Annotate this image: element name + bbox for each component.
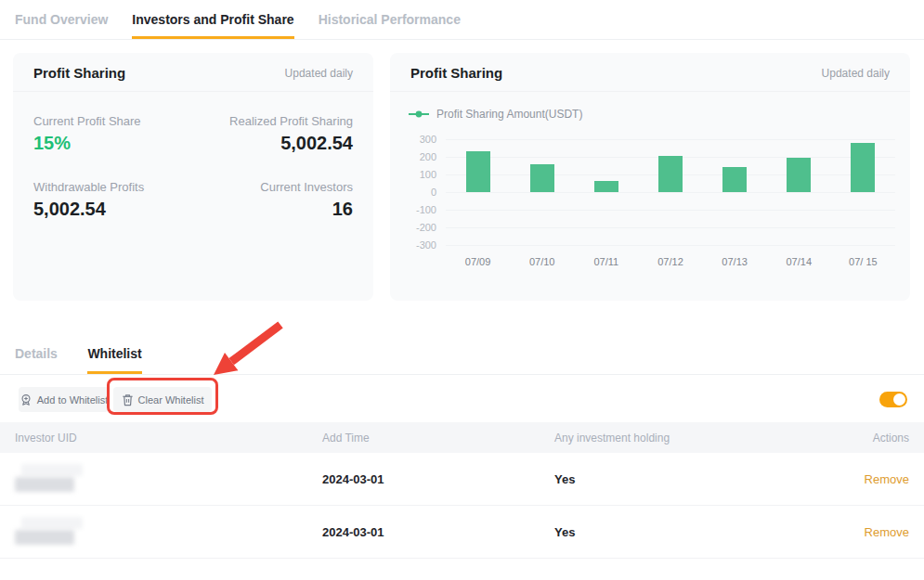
y-tick-label: 100 bbox=[420, 169, 436, 180]
column-header-investor-uid: Investor UID bbox=[15, 432, 322, 445]
holding-cell: Yes bbox=[554, 472, 865, 486]
x-tick-label: 07/14 bbox=[767, 256, 831, 267]
chart-x-axis: 07/0907/1007/1107/1207/1307/1407/ 15 bbox=[446, 256, 895, 267]
stat-value: 15% bbox=[33, 133, 193, 154]
chart-card-updated-label: Updated daily bbox=[822, 67, 890, 80]
stat-label: Current Profit Share bbox=[33, 114, 193, 128]
column-header-add-time: Add Time bbox=[322, 432, 554, 445]
stats-card-header: Profit Sharing Updated daily bbox=[13, 53, 373, 92]
whitelist-table: Investor UID Add Time Any investment hol… bbox=[0, 422, 924, 559]
profit-sharing-chart-card: Profit Sharing Updated daily Profit Shar… bbox=[390, 53, 910, 301]
tab-investors-and-profit-share[interactable]: Investors and Profit Share bbox=[132, 12, 293, 39]
y-tick-label: 0 bbox=[431, 187, 436, 198]
x-tick-label: 07/11 bbox=[574, 256, 638, 267]
bar-07/09 bbox=[466, 151, 490, 192]
y-tick-label: 300 bbox=[420, 134, 436, 145]
stat-realized-profit-sharing: Realized Profit Sharing 5,002.54 bbox=[193, 114, 353, 154]
legend-label: Profit Sharing Amount(USDT) bbox=[436, 108, 582, 121]
chart-card-title: Profit Sharing bbox=[410, 65, 502, 81]
chart-legend: Profit Sharing Amount(USDT) bbox=[390, 92, 910, 121]
top-tab-bar: Fund Overview Investors and Profit Share… bbox=[0, 0, 924, 40]
tab-whitelist[interactable]: Whitelist bbox=[87, 340, 141, 374]
profit-sharing-stats-card: Profit Sharing Updated daily Current Pro… bbox=[13, 53, 373, 301]
y-tick-label: -200 bbox=[416, 222, 436, 233]
holding-cell: Yes bbox=[554, 525, 865, 539]
stat-value: 5,002.54 bbox=[33, 199, 193, 220]
add-to-whitelist-button[interactable]: Add to Whitelist bbox=[19, 387, 109, 412]
stat-label: Realized Profit Sharing bbox=[193, 114, 353, 128]
toggle-knob bbox=[893, 393, 905, 406]
y-tick-label: -100 bbox=[416, 204, 436, 215]
x-tick-label: 07/13 bbox=[703, 256, 767, 267]
bar-07/13 bbox=[722, 167, 747, 192]
bar-slot bbox=[446, 139, 510, 245]
bar-07/15 bbox=[851, 143, 875, 192]
stat-label: Current Investors bbox=[193, 180, 353, 194]
gridline bbox=[446, 245, 895, 246]
trash-icon bbox=[122, 393, 134, 406]
x-tick-label: 07/ 15 bbox=[831, 256, 895, 267]
seal-plus-icon bbox=[20, 393, 33, 406]
chart-card-header: Profit Sharing Updated daily bbox=[390, 53, 910, 92]
bar-07/10 bbox=[530, 164, 554, 192]
stat-label: Withdrawable Profits bbox=[33, 180, 193, 194]
chart-plot-area bbox=[446, 139, 895, 245]
add-to-whitelist-label: Add to Whitelist bbox=[37, 394, 108, 406]
stat-withdrawable-profits: Withdrawable Profits 5,002.54 bbox=[33, 180, 193, 220]
x-tick-label: 07/09 bbox=[446, 256, 510, 267]
bar-chart: 3002001000-100-200-300 bbox=[405, 139, 895, 245]
bar-slot bbox=[831, 139, 895, 245]
whitelist-toggle[interactable] bbox=[879, 392, 907, 407]
bar-slot bbox=[767, 139, 831, 245]
redaction-blur bbox=[21, 464, 83, 476]
bar-slot bbox=[574, 139, 638, 245]
legend-line-dot-marker bbox=[409, 110, 429, 118]
redaction-blur bbox=[15, 477, 74, 492]
detail-tab-bar: Details Whitelist bbox=[0, 340, 924, 375]
column-header-any-investment-holding: Any investment holding bbox=[554, 432, 873, 445]
add-time-cell: 2024-03-01 bbox=[322, 472, 554, 486]
stat-value: 5,002.54 bbox=[193, 133, 353, 154]
stat-value: 16 bbox=[193, 199, 353, 220]
clear-whitelist-button[interactable]: Clear Whitelist bbox=[113, 387, 212, 412]
remove-link[interactable]: Remove bbox=[865, 472, 909, 486]
tab-details[interactable]: Details bbox=[15, 340, 58, 374]
bar-slot bbox=[510, 139, 574, 245]
bar-07/12 bbox=[658, 156, 683, 192]
whitelist-toolbar: Add to Whitelist Clear Whitelist bbox=[19, 387, 907, 412]
remove-link[interactable]: Remove bbox=[865, 525, 909, 539]
stats-card-title: Profit Sharing bbox=[33, 65, 125, 81]
fund-management-page: Fund Overview Investors and Profit Share… bbox=[0, 0, 924, 580]
clear-whitelist-label: Clear Whitelist bbox=[138, 394, 204, 406]
x-tick-label: 07/12 bbox=[638, 256, 702, 267]
tab-historical-performance[interactable]: Historical Performance bbox=[319, 12, 461, 39]
investor-uid-redacted bbox=[15, 517, 87, 547]
redaction-blur bbox=[15, 530, 74, 545]
chart-y-axis: 3002001000-100-200-300 bbox=[405, 139, 446, 245]
redaction-blur bbox=[21, 517, 83, 529]
add-time-cell: 2024-03-01 bbox=[322, 525, 554, 539]
tab-fund-overview[interactable]: Fund Overview bbox=[15, 12, 108, 39]
chart-bars bbox=[446, 139, 895, 245]
clear-whitelist-wrapper: Clear Whitelist bbox=[113, 387, 212, 412]
y-tick-label: -300 bbox=[416, 239, 436, 251]
stats-card-updated-label: Updated daily bbox=[285, 67, 353, 80]
bar-slot bbox=[703, 139, 767, 245]
column-header-actions: Actions bbox=[873, 432, 909, 445]
stat-current-profit-share: Current Profit Share 15% bbox=[33, 114, 193, 154]
stat-current-investors: Current Investors 16 bbox=[193, 180, 353, 220]
table-header-row: Investor UID Add Time Any investment hol… bbox=[0, 422, 924, 453]
y-tick-label: 200 bbox=[420, 151, 436, 162]
stats-grid: Current Profit Share 15% Realized Profit… bbox=[13, 92, 373, 242]
summary-cards-row: Profit Sharing Updated daily Current Pro… bbox=[13, 53, 910, 301]
bar-slot bbox=[638, 139, 702, 245]
investor-uid-redacted bbox=[15, 464, 87, 494]
x-tick-label: 07/10 bbox=[510, 256, 574, 267]
bar-07/11 bbox=[594, 181, 618, 192]
bar-07/14 bbox=[787, 158, 811, 192]
table-row: 2024-03-01 Yes Remove bbox=[0, 506, 924, 559]
table-row: 2024-03-01 Yes Remove bbox=[0, 453, 924, 506]
